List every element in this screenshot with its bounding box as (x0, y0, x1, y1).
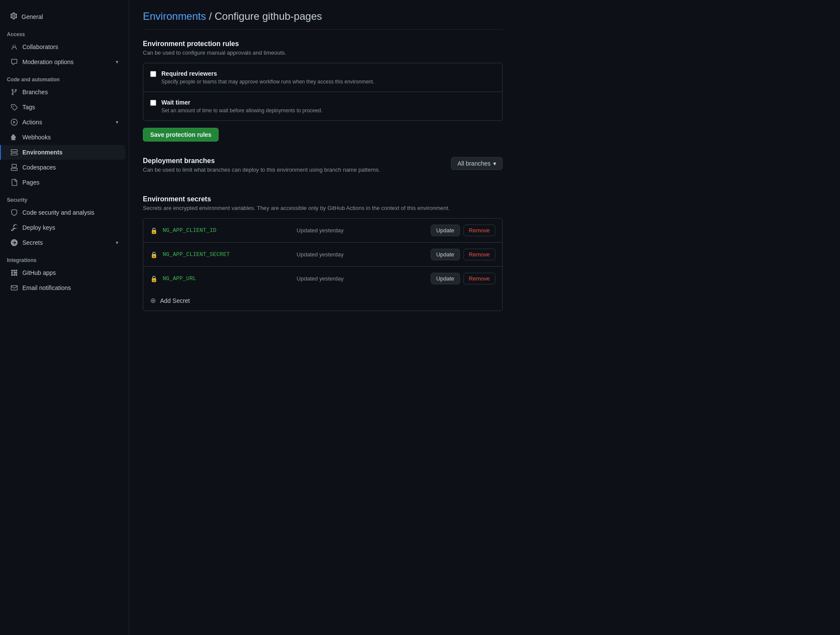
chevron-down-icon-actions: ▾ (116, 119, 118, 125)
required-reviewers-title: Required reviewers (161, 70, 374, 77)
breadcrumb-separator: / (209, 10, 214, 22)
sidebar-github-apps-label: GitHub apps (22, 269, 56, 276)
sidebar-deploy-keys-label: Deploy keys (22, 224, 55, 231)
sidebar-section-integrations: Integrations (0, 250, 129, 265)
secrets-box: 🔒 NG_APP_CLIENT_ID Updated yesterday Upd… (143, 218, 503, 311)
rule-wait-timer: Wait timer Set an amount of time to wait… (143, 92, 502, 120)
secret-actions: Update Remove (431, 225, 495, 236)
breadcrumb-link[interactable]: Environments (143, 10, 206, 22)
sidebar-item-collaborators[interactable]: Collaborators (3, 40, 125, 54)
mail-icon (10, 284, 18, 292)
environment-secrets-title: Environment secrets (143, 195, 503, 203)
sidebar-branches-label: Branches (22, 89, 48, 96)
remove-button[interactable]: Remove (463, 273, 495, 284)
sidebar-code-security-label: Code security and analysis (22, 209, 94, 216)
secret-name: NG_APP_URL (163, 275, 291, 282)
secret-row: 🔒 NG_APP_URL Updated yesterday Update Re… (143, 267, 502, 290)
webhook-icon (10, 133, 18, 141)
chevron-down-icon-secrets: ▾ (116, 240, 118, 246)
sidebar-collaborators-label: Collaborators (22, 43, 58, 50)
wait-timer-checkbox[interactable] (150, 100, 156, 106)
protection-rules-box: Required reviewers Specify people or tea… (143, 63, 503, 121)
sidebar-item-branches[interactable]: Branches (3, 85, 125, 99)
sidebar-actions-label: Actions (22, 119, 42, 126)
secret-row: 🔒 NG_APP_CLIENT_ID Updated yesterday Upd… (143, 219, 502, 243)
branch-icon (10, 88, 18, 96)
remove-button[interactable]: Remove (463, 225, 495, 236)
add-secret-label: Add Secret (160, 297, 190, 304)
secrets-list: 🔒 NG_APP_CLIENT_ID Updated yesterday Upd… (143, 219, 502, 290)
lock-icon: 🔒 (150, 251, 158, 258)
environment-secrets-desc: Secrets are encrypted environment variab… (143, 205, 503, 211)
sidebar-item-webhooks[interactable]: Webhooks (3, 130, 125, 145)
sidebar-email-notifications-label: Email notifications (22, 284, 71, 291)
all-branches-button[interactable]: All branches ▾ (451, 157, 503, 170)
sidebar-moderation-label: Moderation options (22, 59, 74, 65)
remove-button[interactable]: Remove (463, 249, 495, 260)
sidebar-item-general[interactable]: General (3, 9, 125, 24)
deployment-branches-section: Deployment branches Can be used to limit… (143, 157, 503, 180)
sidebar-item-secrets[interactable]: Secrets ▾ (3, 235, 125, 250)
required-reviewers-desc: Specify people or teams that may approve… (161, 79, 374, 85)
sidebar-section-code: Code and automation (0, 70, 129, 84)
comment-icon (10, 58, 18, 66)
all-branches-label: All branches (457, 160, 491, 167)
sidebar-section-access: Access (0, 25, 129, 39)
sidebar-codespaces-label: Codespaces (22, 164, 56, 171)
sidebar-tags-label: Tags (22, 104, 35, 111)
sidebar-item-actions[interactable]: Actions ▾ (3, 115, 125, 129)
play-icon (10, 118, 18, 126)
wait-timer-title: Wait timer (161, 99, 322, 106)
rule-wait-timer-content: Wait timer Set an amount of time to wait… (161, 99, 322, 114)
update-button[interactable]: Update (431, 249, 460, 260)
page-icon (10, 179, 18, 186)
rule-required-reviewers: Required reviewers Specify people or tea… (143, 63, 502, 92)
environment-secrets-section: Environment secrets Secrets are encrypte… (143, 195, 503, 311)
protection-rules-desc: Can be used to configure manual approval… (143, 49, 503, 56)
deployment-info: Deployment branches Can be used to limit… (143, 157, 451, 180)
secret-updated: Updated yesterday (296, 251, 425, 258)
gear-icon (10, 12, 17, 21)
main-content: Environments / Configure github-pages En… (129, 0, 516, 635)
shield-icon (10, 209, 18, 216)
sidebar-item-tags[interactable]: Tags (3, 100, 125, 114)
env-icon (10, 148, 18, 156)
sidebar-item-environments[interactable]: Environments (0, 145, 125, 160)
sidebar-item-pages[interactable]: Pages (3, 175, 125, 190)
deployment-header: Deployment branches Can be used to limit… (143, 157, 503, 180)
protection-rules-title: Environment protection rules (143, 40, 503, 48)
sidebar-item-code-security[interactable]: Code security and analysis (3, 205, 125, 220)
sidebar-item-email-notifications[interactable]: Email notifications (3, 281, 125, 295)
sidebar-item-github-apps[interactable]: GitHub apps (3, 265, 125, 280)
sidebar-item-codespaces[interactable]: Codespaces (3, 160, 125, 175)
required-reviewers-checkbox[interactable] (150, 71, 156, 77)
secret-name: NG_APP_CLIENT_SECRET (163, 251, 291, 258)
lock-icon: 🔒 (150, 275, 158, 282)
lock-icon: 🔒 (150, 227, 158, 234)
wait-timer-desc: Set an amount of time to wait before all… (161, 108, 322, 114)
page-subtitle: Configure github-pages (215, 10, 322, 22)
add-secret-row[interactable]: ⊕ Add Secret (143, 290, 502, 311)
deployment-branches-desc: Can be used to limit what branches can d… (143, 166, 451, 173)
secret-actions: Update Remove (431, 249, 495, 260)
sidebar-item-moderation[interactable]: Moderation options ▾ (3, 55, 125, 69)
update-button[interactable]: Update (431, 273, 460, 284)
sidebar-general-label: General (22, 13, 43, 20)
protection-rules-section: Environment protection rules Can be used… (143, 40, 503, 142)
secret-updated: Updated yesterday (296, 227, 425, 234)
codespace-icon (10, 163, 18, 171)
dropdown-icon: ▾ (493, 160, 496, 167)
update-button[interactable]: Update (431, 225, 460, 236)
deployment-branches-title: Deployment branches (143, 157, 451, 165)
sidebar-pages-label: Pages (22, 179, 40, 186)
sidebar-secrets-label: Secrets (22, 239, 43, 246)
secret-updated: Updated yesterday (296, 275, 425, 282)
star-icon (10, 239, 18, 247)
plus-icon: ⊕ (150, 296, 156, 305)
secret-name: NG_APP_CLIENT_ID (163, 227, 291, 234)
sidebar: General Access Collaborators Moderation … (0, 0, 129, 635)
person-icon (10, 43, 18, 51)
save-protection-rules-button[interactable]: Save protection rules (143, 128, 219, 142)
apps-icon (10, 269, 18, 277)
sidebar-item-deploy-keys[interactable]: Deploy keys (3, 220, 125, 235)
